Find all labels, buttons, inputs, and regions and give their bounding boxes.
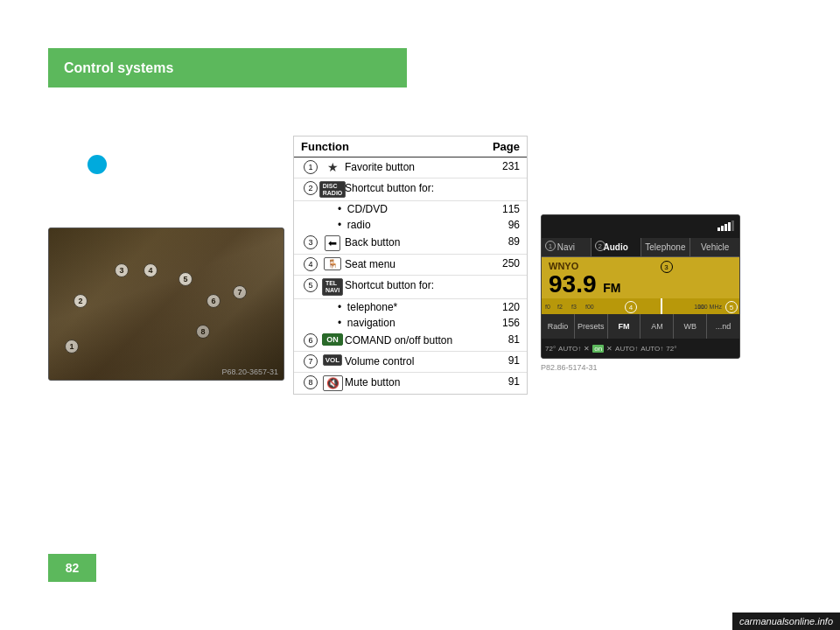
nav-item-navi[interactable]: 1 Navi	[542, 238, 592, 256]
status-temp-left: 72°	[545, 345, 556, 353]
bullet-page-radio: 96	[480, 219, 520, 231]
signal-bar-3	[724, 224, 727, 231]
table-row: 7 VOL Volume control 91	[294, 352, 527, 373]
row-page-3: 89	[480, 235, 520, 248]
table-row: 4 🪑 Seat menu 250	[294, 255, 527, 276]
blue-dot-indicator	[88, 155, 107, 174]
radio-status-bar: 72° AUTO↑ ✕ on ✕ AUTO↑ AUTO↑ 72°	[542, 339, 739, 358]
nav-label-vehicle: Vehicle	[701, 242, 729, 252]
table-header: Function Page	[294, 136, 527, 158]
row-icon-star: ★	[320, 160, 345, 174]
bullet-page-tel: 120	[480, 301, 520, 313]
freq-value: 93.9	[549, 270, 603, 298]
row-num-4: 4	[301, 257, 320, 271]
bullet-navigation: • navigation	[338, 317, 480, 329]
signal-bar-1	[718, 228, 720, 231]
watermark-text: carmanualsonline.info	[739, 616, 833, 626]
status-on: on	[592, 345, 604, 353]
tuner-bar: 4 5 f0 f2 f3 f00 100 110 MHz	[542, 298, 739, 314]
status-temp-right: 72°	[666, 345, 676, 353]
row-num-1: 1	[301, 160, 320, 174]
row-page-6: 81	[480, 333, 520, 346]
status-x-2: ✕	[606, 345, 612, 353]
sub-row: • telephone* 120	[294, 299, 527, 315]
radio-panel-caption: P82.86-5174-31	[541, 363, 598, 372]
nav-item-vehicle[interactable]: Vehicle	[690, 238, 739, 256]
row-text-8: Mute button	[345, 375, 480, 390]
bullet-telephone: • telephone*	[338, 301, 480, 313]
sub-row: • radio 96	[294, 217, 527, 233]
radio-bottom-bar: Radio Presets FM AM WB ...nd	[542, 314, 739, 339]
overlay-num-5: 5	[725, 301, 738, 313]
bottom-more[interactable]: ...nd	[707, 314, 739, 339]
nav-label-navi: Navi	[557, 242, 575, 252]
header-bar: Control systems	[48, 48, 407, 88]
row-icon-tel-navi: TELNAVI	[320, 278, 345, 295]
bottom-radio[interactable]: Radio	[542, 314, 575, 339]
table-row: 2 DISCRADIO Shortcut button for:	[294, 178, 527, 201]
bottom-fm[interactable]: FM	[608, 314, 641, 339]
row-num-5: 5	[301, 278, 320, 292]
table-row: 6 ON COMAND on/off button 81	[294, 331, 527, 352]
row-num-8: 8	[301, 375, 320, 389]
row-icon-seat: 🪑	[320, 257, 345, 270]
row-icon-disc: DISCRADIO	[320, 181, 345, 198]
car-image: 1 2 3 4 5 6 7 8	[49, 228, 284, 380]
row-icon-on: ON	[320, 333, 345, 346]
radio-content-area: 3 WNYO 93.9 FM 4 5 f0 f2 f3 f00 100 110 …	[542, 257, 739, 314]
bullet-cddvd: • CD/DVD	[338, 203, 480, 215]
bullet-page-nav: 156	[480, 317, 520, 329]
bullet-radio: • radio	[338, 219, 480, 231]
page-number: 82	[66, 561, 80, 575]
table-row: 5 TELNAVI Shortcut button for:	[294, 276, 527, 298]
page-number-box: 82	[48, 554, 96, 582]
row-page-4: 250	[480, 257, 520, 270]
row-text-6: COMAND on/off button	[345, 333, 480, 348]
row-num-6: 6	[301, 333, 320, 347]
car-image-panel: 1 2 3 4 5 6 7 8 P68.20-3657-31	[48, 228, 284, 381]
bottom-presets[interactable]: Presets	[575, 314, 608, 339]
radio-nav-bar: 1 Navi 2 Audio Telephone Vehicle	[542, 238, 739, 257]
sub-row: • CD/DVD 115	[294, 201, 527, 217]
row-page-8: 91	[480, 375, 520, 388]
bottom-am[interactable]: AM	[640, 314, 674, 339]
page-title: Control systems	[64, 60, 173, 76]
radio-display-panel: 1 Navi 2 Audio Telephone Vehicle 3 WNYO …	[541, 214, 740, 359]
signal-bars	[718, 220, 734, 231]
car-image-caption: P68.20-3657-31	[221, 368, 278, 376]
row-icon-vol: VOL	[320, 354, 345, 366]
bottom-wb[interactable]: WB	[674, 314, 707, 339]
nav-item-audio[interactable]: 2 Audio	[592, 238, 641, 256]
nav-num-1: 1	[545, 241, 556, 251]
row-icon-mute: 🔇	[320, 375, 345, 391]
row-text-1: Favorite button	[345, 160, 480, 175]
radio-top-bar	[542, 215, 739, 238]
table-row: 3 ⬅ Back button 89	[294, 233, 527, 255]
row-page-1: 231	[480, 160, 520, 172]
row-text-2: Shortcut button for:	[345, 181, 480, 196]
status-auto-3: AUTO↑	[640, 345, 663, 353]
overlay-num-4: 4	[625, 301, 637, 313]
col-page-header: Page	[480, 140, 520, 153]
col-function-header: Function	[301, 140, 480, 153]
row-page-7: 91	[480, 354, 520, 367]
radio-frequency: 93.9 FM	[549, 271, 732, 298]
tuner-indicator	[661, 298, 662, 314]
status-auto-1: AUTO↑	[558, 345, 581, 353]
row-num-3: 3	[301, 235, 320, 249]
row-text-7: Volume control	[345, 354, 480, 369]
status-auto-2: AUTO↑	[615, 345, 638, 353]
nav-item-telephone[interactable]: Telephone	[641, 238, 691, 256]
footer-watermark: carmanualsonline.info	[732, 612, 840, 630]
signal-bar-4	[728, 222, 731, 231]
overlay-num-3: 3	[661, 261, 673, 273]
signal-bar-5	[732, 220, 734, 231]
signal-bar-2	[721, 226, 724, 231]
row-num-7: 7	[301, 354, 320, 368]
bullet-page-cddvd: 115	[480, 203, 520, 215]
freq-unit: FM	[603, 281, 620, 295]
nav-num-2: 2	[595, 241, 606, 251]
row-text-4: Seat menu	[345, 257, 480, 272]
row-num-2: 2	[301, 181, 320, 195]
table-row: 8 🔇 Mute button 91	[294, 373, 527, 394]
